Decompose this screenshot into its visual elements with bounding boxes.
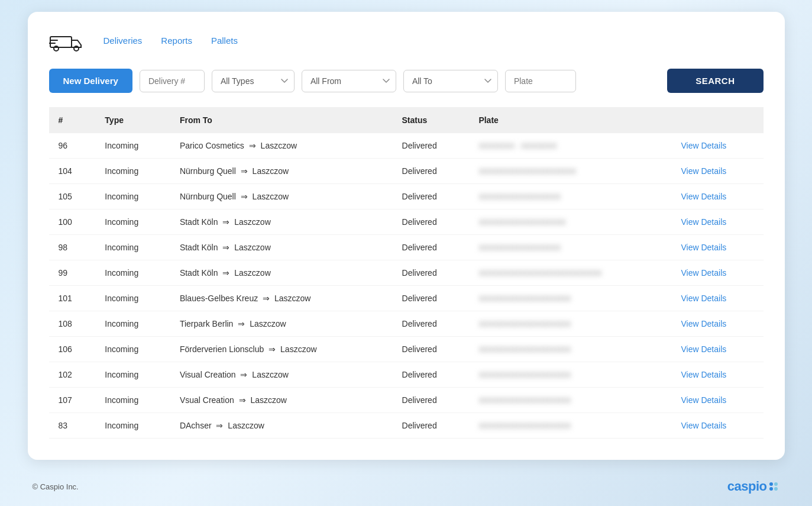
cell-status: Delivered — [393, 337, 470, 362]
cell-type: Incoming — [95, 311, 170, 337]
cell-type: Incoming — [95, 133, 170, 159]
view-details-link[interactable]: View Details — [681, 217, 726, 227]
col-plate: Plate — [469, 107, 671, 133]
nav-deliveries[interactable]: Deliveries — [103, 33, 143, 48]
cell-action[interactable]: View Details — [671, 235, 763, 260]
view-details-link[interactable]: View Details — [681, 319, 726, 328]
cell-type: Incoming — [95, 362, 170, 388]
cell-action[interactable]: View Details — [671, 210, 763, 235]
plate-value: XXXXXXXXXXXXXXXXXX — [478, 421, 571, 430]
cell-type: Incoming — [95, 337, 170, 362]
cell-action[interactable]: View Details — [671, 260, 763, 286]
cell-id: 106 — [49, 337, 96, 362]
cell-action[interactable]: View Details — [671, 311, 763, 337]
cell-fromto: Tierpark Berlin ⇒ Laszczow — [170, 311, 393, 337]
cell-id: 96 — [49, 133, 96, 159]
col-type: Type — [95, 107, 170, 133]
cell-status: Delivered — [393, 260, 470, 286]
cell-fromto: DAchser ⇒ Laszczow — [170, 413, 393, 439]
cell-plate: XXXXXXXXXXXXXXXXX — [469, 210, 671, 235]
table-row: 101 Incoming Blaues-Gelbes Kreuz ⇒ Laszc… — [49, 286, 764, 311]
toolbar: New Delivery All Types Incoming Outgoing… — [49, 69, 764, 93]
cell-plate: XXXXXXXXXXXXXXXXXX — [469, 286, 671, 311]
caspio-logo: caspio — [727, 479, 780, 494]
cell-status: Delivered — [393, 413, 470, 439]
cell-action[interactable]: View Details — [671, 337, 763, 362]
cell-action[interactable]: View Details — [671, 286, 763, 311]
table-row: 83 Incoming DAchser ⇒ Laszczow Delivered… — [49, 413, 764, 439]
cell-status: Delivered — [393, 210, 470, 235]
cell-action[interactable]: View Details — [671, 133, 763, 159]
new-delivery-button[interactable]: New Delivery — [49, 69, 132, 93]
table-row: 96 Incoming Parico Cosmetics ⇒ Laszczow … — [49, 133, 764, 159]
view-details-link[interactable]: View Details — [681, 141, 726, 150]
cell-id: 105 — [49, 184, 96, 210]
search-button[interactable]: SEARCH — [667, 69, 763, 93]
cell-plate: XXXXXXXXXXXXXXXX — [469, 235, 671, 260]
cell-id: 107 — [49, 388, 96, 413]
cell-action[interactable]: View Details — [671, 362, 763, 388]
types-select[interactable]: All Types Incoming Outgoing — [212, 70, 295, 92]
cell-id: 108 — [49, 311, 96, 337]
cell-type: Incoming — [95, 260, 170, 286]
cell-plate: XXXXXXXXXXXXXXXXXX — [469, 311, 671, 337]
nav-pallets[interactable]: Pallets — [211, 33, 238, 48]
cell-type: Incoming — [95, 388, 170, 413]
cell-type: Incoming — [95, 286, 170, 311]
cell-plate: XXXXXXXXXXXXXXXXXXX — [469, 159, 671, 184]
cell-action[interactable]: View Details — [671, 388, 763, 413]
logo-icon — [49, 28, 85, 52]
svg-rect-0 — [50, 37, 72, 47]
cell-plate: XXXXXXXXXXXXXXXXXX — [469, 362, 671, 388]
from-select[interactable]: All From — [302, 70, 396, 92]
col-id: # — [49, 107, 96, 133]
view-details-link[interactable]: View Details — [681, 421, 726, 430]
caspio-dots-icon — [769, 482, 780, 491]
col-status: Status — [393, 107, 470, 133]
table-row: 100 Incoming Stadt Köln ⇒ Laszczow Deliv… — [49, 210, 764, 235]
to-select[interactable]: All To — [403, 70, 498, 92]
view-details-link[interactable]: View Details — [681, 370, 726, 379]
col-action — [671, 107, 763, 133]
view-details-link[interactable]: View Details — [681, 192, 726, 201]
cell-fromto: Nürnburg Quell ⇒ Laszczow — [170, 159, 393, 184]
cell-status: Delivered — [393, 184, 470, 210]
cell-fromto: Visual Creation ⇒ Laszczow — [170, 362, 393, 388]
view-details-link[interactable]: View Details — [681, 395, 726, 405]
cell-status: Delivered — [393, 159, 470, 184]
dot-2 — [774, 482, 778, 486]
cell-fromto: Stadt Köln ⇒ Laszczow — [170, 260, 393, 286]
plate-value: XXXXXXXXXXXXXXXXXX — [478, 370, 571, 379]
table-row: 106 Incoming Förderverien Lionsclub ⇒ La… — [49, 337, 764, 362]
nav-reports[interactable]: Reports — [161, 33, 192, 48]
table-row: 102 Incoming Visual Creation ⇒ Laszczow … — [49, 362, 764, 388]
cell-type: Incoming — [95, 159, 170, 184]
dot-4 — [774, 487, 778, 491]
cell-type: Incoming — [95, 184, 170, 210]
cell-action[interactable]: View Details — [671, 184, 763, 210]
plate-value: XXXXXXXXXXXXXXXXXXX — [478, 167, 576, 176]
cell-type: Incoming — [95, 413, 170, 439]
plate-value: XXXXXXXXXXXXXXXXXX — [478, 345, 571, 354]
footer-copyright: © Caspio Inc. — [33, 482, 79, 491]
cell-fromto: Parico Cosmetics ⇒ Laszczow — [170, 133, 393, 159]
cell-fromto: Blaues-Gelbes Kreuz ⇒ Laszczow — [170, 286, 393, 311]
view-details-link[interactable]: View Details — [681, 294, 726, 303]
table-row: 104 Incoming Nürnburg Quell ⇒ Laszczow D… — [49, 159, 764, 184]
caspio-brand-text: caspio — [727, 479, 767, 494]
view-details-link[interactable]: View Details — [681, 166, 726, 176]
dot-1 — [769, 482, 773, 486]
cell-status: Delivered — [393, 362, 470, 388]
view-details-link[interactable]: View Details — [681, 268, 726, 278]
view-details-link[interactable]: View Details — [681, 344, 726, 354]
cell-action[interactable]: View Details — [671, 159, 763, 184]
plate-input[interactable] — [505, 70, 576, 92]
cell-plate: XXXXXXXXXXXXXXXXXXXXXXXX — [469, 260, 671, 286]
plate-value: XXXXXXXXXXXXXXXXX — [478, 218, 565, 227]
view-details-link[interactable]: View Details — [681, 243, 726, 252]
cell-plate: XXXXXXXXXXXXXXXXXX — [469, 413, 671, 439]
cell-action[interactable]: View Details — [671, 413, 763, 439]
delivery-input[interactable] — [140, 70, 205, 92]
footer: © Caspio Inc. caspio — [28, 479, 785, 494]
cell-id: 98 — [49, 235, 96, 260]
